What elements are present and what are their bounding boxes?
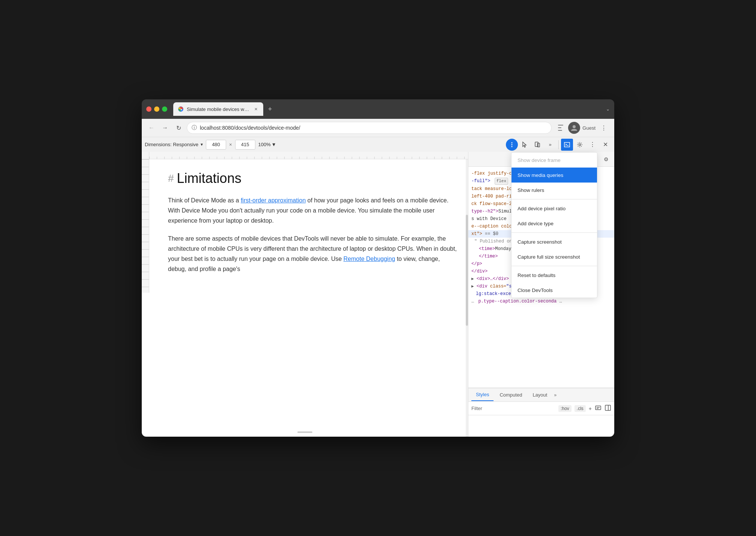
context-menu: Show device frame Show media queries Sho… (511, 152, 597, 298)
styles-tab-layout[interactable]: Layout (528, 389, 552, 401)
add-style-icon[interactable]: + (589, 406, 592, 412)
paragraph-1: Think of Device Mode as a first-order ap… (168, 195, 457, 226)
menu-item-add-device-type[interactable]: Add device type (512, 216, 597, 231)
ruler-horizontal (142, 152, 468, 159)
active-tab[interactable]: Simulate mobile devices with D ✕ (173, 102, 263, 116)
title-bar: Simulate mobile devices with D ✕ + ⌄ (142, 99, 614, 119)
height-input[interactable] (235, 140, 255, 150)
filter-label: Filter (471, 406, 482, 411)
width-input[interactable] (206, 140, 226, 150)
styles-tab-overflow[interactable]: » (554, 392, 556, 398)
zoom-dropdown[interactable]: 100% ▼ (258, 142, 277, 147)
svg-rect-13 (605, 405, 610, 410)
console-button[interactable] (561, 139, 573, 151)
three-dot-menu-button[interactable] (506, 139, 518, 151)
svg-point-7 (512, 144, 513, 145)
ruler-corner (142, 152, 149, 159)
ruler-h (149, 152, 468, 159)
menu-button[interactable]: ⋮ (598, 122, 610, 134)
toolbar-divider (558, 140, 559, 149)
devtools-settings-icon[interactable]: ⚙ (601, 154, 611, 165)
toggle-sidebar-icon[interactable] (604, 404, 611, 412)
svg-point-5 (573, 125, 576, 128)
device-toggle-button[interactable] (531, 139, 543, 151)
tab-title: Simulate mobile devices with D (187, 106, 250, 112)
page-content: # Limitations Think of Device Mode as a … (149, 159, 468, 293)
menu-item-show-rulers[interactable]: Show rulers (512, 183, 597, 198)
svg-point-8 (512, 146, 513, 147)
svg-rect-3 (558, 127, 561, 128)
flex-badge: flex (495, 178, 508, 185)
pointer-tool-button[interactable] (519, 139, 531, 151)
profile-button[interactable] (568, 122, 580, 134)
new-style-icon[interactable] (595, 404, 602, 412)
page-heading: # Limitations (168, 171, 457, 186)
browser-viewport: # Limitations Think of Device Mode as a … (142, 152, 468, 437)
svg-rect-4 (558, 130, 562, 131)
menu-divider-3 (512, 266, 597, 266)
viewport-with-ruler: # Limitations Think of Device Mode as a … (142, 152, 468, 293)
menu-item-reset-defaults[interactable]: Reset to defaults (512, 268, 597, 283)
url-text: localhost:8080/docs/devtools/device-mode… (200, 125, 300, 131)
overflow-button[interactable]: » (544, 139, 556, 151)
more-devtools-button[interactable]: ⋮ (586, 139, 598, 151)
dimensions-dropdown[interactable]: Dimensions: Responsive ▼ (145, 142, 204, 147)
toolbar-icons: » ⋮ ✕ (506, 139, 611, 151)
devtools-bottom-panel: Styles Computed Layout » Filter (468, 388, 614, 437)
menu-divider-2 (512, 232, 597, 233)
devtools-panel-actions: ⚙ (601, 154, 611, 165)
bookmark-button[interactable] (555, 122, 567, 134)
filter-cls-badge[interactable]: .cls (574, 405, 586, 412)
scrollbar[interactable] (466, 159, 468, 293)
menu-item-capture-screenshot[interactable]: Capture screenshot (512, 234, 597, 249)
svg-point-6 (512, 142, 513, 143)
profile-name: Guest (582, 125, 596, 131)
paragraph-2: There are some aspects of mobile devices… (168, 234, 457, 274)
menu-divider-1 (512, 199, 597, 199)
url-bar[interactable]: ⓘ localhost:8080/docs/devtools/device-mo… (187, 122, 552, 134)
menu-item-capture-fullsize[interactable]: Capture full size screenshot (512, 249, 597, 264)
styles-tabs: Styles Computed Layout » (468, 388, 614, 402)
ruler-vertical (142, 159, 149, 293)
svg-point-11 (579, 144, 581, 145)
heading-hash: # (168, 172, 174, 184)
traffic-lights (146, 106, 167, 112)
viewport-body: # Limitations Think of Device Mode as a … (142, 159, 468, 293)
maximize-button[interactable] (162, 106, 167, 112)
minimize-button[interactable] (154, 106, 159, 112)
device-toolbar: Dimensions: Responsive ▼ × 100% ▼ » (142, 137, 614, 152)
browser-actions: Guest ⋮ (555, 122, 610, 134)
dimension-separator: × (228, 142, 233, 147)
dimensions-arrow: ▼ (200, 142, 204, 147)
tab-overflow[interactable]: ⌄ (606, 106, 610, 112)
tab-close-button[interactable]: ✕ (253, 106, 259, 112)
svg-rect-2 (558, 125, 563, 126)
menu-item-close-devtools[interactable]: Close DevTools (512, 283, 597, 298)
settings-button[interactable] (574, 139, 586, 151)
browser-window: Simulate mobile devices with D ✕ + ⌄ ← →… (142, 99, 614, 437)
tab-bar: Simulate mobile devices with D ✕ + ⌄ (173, 102, 610, 116)
close-devtools-button[interactable]: ✕ (599, 139, 611, 151)
tab-favicon (178, 106, 184, 112)
remote-debugging-link[interactable]: Remote Debugging (344, 256, 395, 262)
filter-hov-badge[interactable]: :hov (558, 405, 572, 412)
styles-tab-computed[interactable]: Computed (495, 389, 526, 401)
new-tab-button[interactable]: + (265, 104, 275, 114)
svg-rect-9 (535, 142, 538, 147)
forward-button[interactable]: → (160, 123, 170, 133)
source-line-dots: … p.type--caption.color-seconda … (468, 298, 614, 305)
close-button[interactable] (146, 106, 152, 112)
lock-icon: ⓘ (192, 124, 197, 131)
address-bar: ← → ↻ ⓘ localhost:8080/docs/devtools/dev… (142, 119, 614, 137)
first-order-link[interactable]: first-order approximation (241, 197, 306, 204)
back-button[interactable]: ← (146, 123, 157, 133)
filter-bar: Filter :hov .cls + (468, 402, 614, 415)
styles-tab-styles[interactable]: Styles (471, 389, 494, 401)
menu-item-show-device-frame[interactable]: Show device frame (512, 153, 597, 168)
menu-item-add-pixel-ratio[interactable]: Add device pixel ratio (512, 201, 597, 216)
svg-rect-12 (596, 406, 601, 410)
scrollbar-thumb (466, 215, 468, 293)
menu-item-show-media-queries[interactable]: Show media queries (512, 168, 597, 183)
reload-button[interactable]: ↻ (173, 123, 184, 133)
